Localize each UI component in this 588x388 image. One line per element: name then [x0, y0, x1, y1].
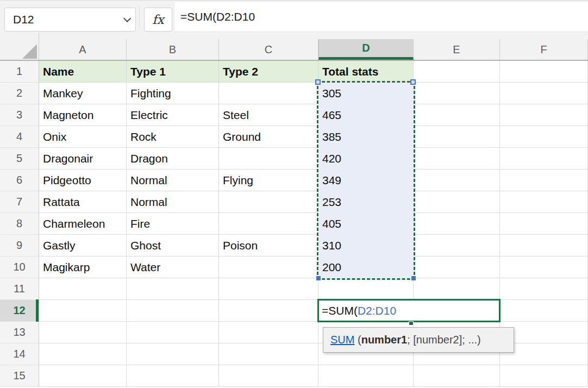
cell-B1[interactable]: Type 1 [127, 61, 219, 83]
cell-B5[interactable]: Dragon [127, 148, 219, 170]
cell-A14[interactable] [39, 343, 127, 365]
cell-C11[interactable] [219, 278, 318, 300]
cell-A15[interactable] [39, 365, 127, 387]
cell-B3[interactable]: Electric [127, 104, 219, 126]
column-header-F[interactable]: F [500, 33, 588, 60]
cell-E10[interactable] [414, 256, 500, 278]
cell-E5[interactable] [414, 148, 500, 170]
row-header-4[interactable]: 4 [0, 126, 39, 148]
cell-D1[interactable]: Total stats [318, 61, 414, 83]
cell-B14[interactable] [127, 343, 219, 365]
cell-B10[interactable]: Water [127, 256, 219, 278]
cell-A4[interactable]: Onix [39, 126, 127, 148]
formula-input[interactable]: =SUM(D2:D10 [175, 2, 588, 32]
cell-C15[interactable] [219, 365, 318, 387]
cell-B15[interactable] [127, 365, 219, 387]
cell-C10[interactable] [219, 256, 318, 278]
select-all-corner[interactable] [0, 33, 39, 60]
row-header-12[interactable]: 12 [0, 300, 39, 322]
cell-B4[interactable]: Rock [127, 126, 219, 148]
cell-A1[interactable]: Name [39, 61, 127, 83]
cell-A6[interactable]: Pidgeotto [39, 170, 127, 191]
cell-F7[interactable] [500, 191, 588, 213]
cell-F5[interactable] [500, 148, 588, 170]
cell-C4[interactable]: Ground [219, 126, 318, 148]
cell-D3[interactable]: 465 [318, 104, 414, 126]
cell-F4[interactable] [500, 126, 588, 148]
cell-A9[interactable]: Gastly [39, 235, 127, 256]
cell-A13[interactable] [39, 322, 127, 343]
cell-B8[interactable]: Fire [127, 213, 219, 235]
column-header-B[interactable]: B [127, 33, 219, 60]
row-header-7[interactable]: 7 [0, 191, 39, 213]
cell-F2[interactable] [500, 83, 588, 104]
selection-handle-top-left[interactable] [315, 79, 321, 85]
cell-C14[interactable] [219, 343, 318, 365]
row-header-1[interactable]: 1 [0, 61, 39, 83]
cell-E6[interactable] [414, 170, 500, 191]
cell-F9[interactable] [500, 235, 588, 256]
cell-E3[interactable] [414, 104, 500, 126]
cell-E7[interactable] [414, 191, 500, 213]
name-box[interactable]: D12 [4, 8, 136, 32]
row-header-9[interactable]: 9 [0, 235, 39, 256]
cell-D6[interactable]: 349 [318, 170, 414, 191]
cell-A12[interactable] [39, 300, 127, 322]
row-header-14[interactable]: 14 [0, 343, 39, 365]
row-header-3[interactable]: 3 [0, 104, 39, 126]
cell-B7[interactable]: Normal [127, 191, 219, 213]
cell-C3[interactable]: Steel [219, 104, 318, 126]
cell-C1[interactable]: Type 2 [219, 61, 318, 83]
cell-B12[interactable] [127, 300, 219, 322]
cell-C7[interactable] [219, 191, 318, 213]
cell-A5[interactable]: Dragonair [39, 148, 127, 170]
cell-B2[interactable]: Fighting [127, 83, 219, 104]
cell-F11[interactable] [500, 278, 588, 300]
cell-B11[interactable] [127, 278, 219, 300]
cell-A2[interactable]: Mankey [39, 83, 127, 104]
cell-C13[interactable] [219, 322, 318, 343]
cell-E4[interactable] [414, 126, 500, 148]
cell-C12[interactable] [219, 300, 318, 322]
cell-F8[interactable] [500, 213, 588, 235]
cell-F1[interactable] [500, 61, 588, 83]
cell-D8[interactable]: 405 [318, 213, 414, 235]
column-header-E[interactable]: E [414, 33, 500, 60]
column-header-C[interactable]: C [219, 33, 318, 60]
cell-A10[interactable]: Magikarp [39, 256, 127, 278]
insert-function-button[interactable]: fx [144, 8, 172, 32]
cell-E1[interactable] [414, 61, 500, 83]
cell-B9[interactable]: Ghost [127, 235, 219, 256]
cell-E8[interactable] [414, 213, 500, 235]
row-header-10[interactable]: 10 [0, 256, 39, 278]
row-header-13[interactable]: 13 [0, 322, 39, 343]
cell-D11[interactable] [318, 278, 414, 300]
row-header-5[interactable]: 5 [0, 148, 39, 170]
cell-E11[interactable] [414, 278, 500, 300]
cell-F10[interactable] [500, 256, 588, 278]
sum-function-link[interactable]: SUM [330, 334, 354, 346]
chevron-down-icon[interactable] [123, 15, 131, 22]
column-header-D[interactable]: D [318, 33, 414, 60]
cell-editor-D12[interactable]: =SUM(D2:D10 [317, 299, 501, 322]
column-header-A[interactable]: A [39, 33, 127, 60]
cell-D5[interactable]: 420 [318, 148, 414, 170]
cell-A3[interactable]: Magneton [39, 104, 127, 126]
cell-C6[interactable]: Flying [219, 170, 318, 191]
cell-A8[interactable]: Charmeleon [39, 213, 127, 235]
cell-A7[interactable]: Rattata [39, 191, 127, 213]
cell-D9[interactable]: 310 [318, 235, 414, 256]
cell-E15[interactable] [414, 365, 500, 387]
cell-C5[interactable] [219, 148, 318, 170]
cell-C8[interactable] [219, 213, 318, 235]
cell-D15[interactable] [318, 365, 414, 387]
row-header-8[interactable]: 8 [0, 213, 39, 235]
cell-F15[interactable] [500, 365, 588, 387]
cell-F12[interactable] [500, 300, 588, 322]
row-header-15[interactable]: 15 [0, 365, 39, 387]
cell-C9[interactable]: Poison [219, 235, 318, 256]
selection-handle-bottom-left[interactable] [316, 276, 321, 281]
cell-D4[interactable]: 385 [318, 126, 414, 148]
cell-B6[interactable]: Normal [127, 170, 219, 191]
cell-D7[interactable]: 253 [318, 191, 414, 213]
